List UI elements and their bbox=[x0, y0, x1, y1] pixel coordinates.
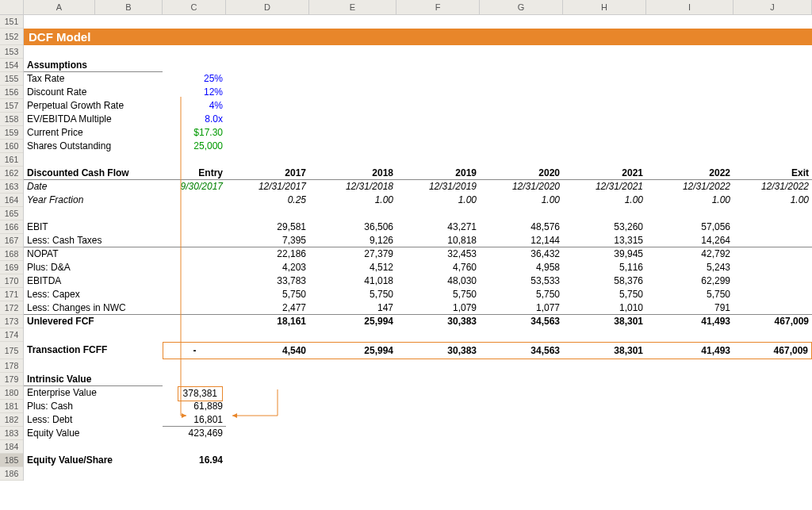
value-nopat[interactable]: 22,186 bbox=[226, 247, 309, 261]
value-ebit[interactable]: 29,581 bbox=[226, 220, 309, 234]
value-date[interactable]: 12/31/2017 bbox=[226, 180, 309, 194]
column-header-e[interactable]: E bbox=[309, 0, 396, 14]
value-growth-rate[interactable]: 4% bbox=[163, 99, 226, 113]
row-header[interactable]: 172 bbox=[0, 301, 23, 315]
row-header[interactable]: 151 bbox=[0, 15, 23, 29]
value-current-price[interactable]: $17.30 bbox=[163, 126, 226, 140]
value-da[interactable]: 5,243 bbox=[646, 261, 733, 274]
value-ufcf[interactable]: 18,161 bbox=[226, 315, 309, 328]
value-fraction[interactable]: 0.25 bbox=[226, 194, 309, 207]
column-header-a[interactable]: A bbox=[24, 0, 95, 14]
row-header[interactable]: 175 bbox=[0, 342, 23, 359]
row-header[interactable]: 159 bbox=[0, 126, 23, 140]
value-fraction[interactable]: 1.00 bbox=[733, 194, 812, 207]
row-header[interactable]: 168 bbox=[0, 247, 23, 261]
value-shares[interactable]: 25,000 bbox=[163, 140, 226, 153]
value-date[interactable]: 12/31/2021 bbox=[563, 180, 646, 194]
value-capex[interactable]: 5,750 bbox=[396, 288, 480, 301]
value-ebit[interactable]: 36,506 bbox=[309, 220, 396, 234]
cell-grid[interactable]: DCF Model Assumptions Tax Rate 25% Disco… bbox=[24, 15, 812, 481]
column-header-j[interactable]: J bbox=[733, 0, 812, 14]
value-tax[interactable]: 10,818 bbox=[396, 234, 480, 247]
value-equity-value[interactable]: 423,469 bbox=[163, 427, 226, 440]
row-header[interactable]: 171 bbox=[0, 288, 23, 301]
value-ebitda[interactable]: 41,018 bbox=[309, 274, 396, 288]
column-header-g[interactable]: G bbox=[480, 0, 563, 14]
row-header[interactable]: 154 bbox=[0, 59, 23, 72]
value-ufcf[interactable]: 41,493 bbox=[646, 315, 733, 328]
row-header[interactable]: 164 bbox=[0, 194, 23, 207]
value-fraction[interactable]: 1.00 bbox=[480, 194, 563, 207]
value-tfcff[interactable]: 41,493 bbox=[646, 342, 733, 359]
value-tax[interactable]: 9,126 bbox=[309, 234, 396, 247]
row-header[interactable]: 160 bbox=[0, 140, 23, 153]
value-ufcf[interactable]: 34,563 bbox=[480, 315, 563, 328]
value-nopat[interactable]: 32,453 bbox=[396, 247, 480, 261]
value-discount-rate[interactable]: 12% bbox=[163, 86, 226, 99]
value-nopat[interactable]: 42,792 bbox=[646, 247, 733, 261]
value-tfcff[interactable]: 25,994 bbox=[309, 342, 396, 359]
value-ufcf[interactable]: 30,383 bbox=[396, 315, 480, 328]
row-header[interactable]: 178 bbox=[0, 359, 23, 373]
value-cash[interactable]: 61,889 bbox=[163, 400, 226, 413]
column-header-f[interactable]: F bbox=[396, 0, 480, 14]
value-nwc[interactable]: 1,079 bbox=[396, 301, 480, 315]
value-fraction[interactable]: 1.00 bbox=[396, 194, 480, 207]
value-tax-rate[interactable]: 25% bbox=[163, 72, 226, 86]
row-header[interactable]: 174 bbox=[0, 328, 23, 342]
column-header-d[interactable]: D bbox=[226, 0, 309, 14]
row-header[interactable]: 161 bbox=[0, 153, 23, 167]
value-da[interactable]: 4,203 bbox=[226, 261, 309, 274]
row-header[interactable]: 157 bbox=[0, 99, 23, 113]
row-header[interactable]: 155 bbox=[0, 72, 23, 86]
value-nwc[interactable]: 791 bbox=[646, 301, 733, 315]
row-header[interactable]: 170 bbox=[0, 274, 23, 288]
select-all-corner[interactable] bbox=[0, 0, 24, 14]
value-debt[interactable]: 16,801 bbox=[163, 413, 226, 427]
value-da[interactable]: 4,760 bbox=[396, 261, 480, 274]
value-date[interactable]: 12/31/2020 bbox=[480, 180, 563, 194]
value-ufcf-exit[interactable]: 467,009 bbox=[733, 315, 812, 328]
value-tfcff-exit[interactable]: 467,009 bbox=[733, 342, 812, 359]
column-header-i[interactable]: I bbox=[646, 0, 733, 14]
value-capex[interactable]: 5,750 bbox=[563, 288, 646, 301]
value-fraction[interactable]: 1.00 bbox=[563, 194, 646, 207]
value-evps[interactable]: 16.94 bbox=[163, 454, 226, 467]
value-ebit[interactable]: 57,056 bbox=[646, 220, 733, 234]
value-ebit[interactable]: 48,576 bbox=[480, 220, 563, 234]
value-ebitda[interactable]: 53,533 bbox=[480, 274, 563, 288]
value-tax[interactable]: 14,264 bbox=[646, 234, 733, 247]
value-fraction[interactable]: 1.00 bbox=[309, 194, 396, 207]
row-header[interactable]: 186 bbox=[0, 467, 23, 481]
value-da[interactable]: 4,512 bbox=[309, 261, 396, 274]
row-header[interactable]: 173 bbox=[0, 315, 23, 328]
value-nwc[interactable]: 2,477 bbox=[226, 301, 309, 315]
column-header-h[interactable]: H bbox=[563, 0, 646, 14]
value-capex[interactable]: 5,750 bbox=[226, 288, 309, 301]
value-date[interactable]: 12/31/2022 bbox=[646, 180, 733, 194]
value-capex[interactable]: 5,750 bbox=[309, 288, 396, 301]
value-fraction[interactable]: 1.00 bbox=[646, 194, 733, 207]
row-header[interactable]: 169 bbox=[0, 261, 23, 274]
value-ufcf[interactable]: 38,301 bbox=[563, 315, 646, 328]
value-date[interactable]: 12/31/2019 bbox=[396, 180, 480, 194]
value-nopat[interactable]: 36,432 bbox=[480, 247, 563, 261]
value-ebitda[interactable]: 58,376 bbox=[563, 274, 646, 288]
value-nopat[interactable]: 39,945 bbox=[563, 247, 646, 261]
value-tax[interactable]: 7,395 bbox=[226, 234, 309, 247]
column-header-b[interactable]: B bbox=[95, 0, 163, 14]
row-header[interactable]: 184 bbox=[0, 440, 23, 454]
value-exit-date[interactable]: 12/31/2022 bbox=[733, 180, 812, 194]
value-date[interactable]: 12/31/2018 bbox=[309, 180, 396, 194]
row-header[interactable]: 153 bbox=[0, 45, 23, 59]
value-enterprise-value[interactable]: 378,381 bbox=[163, 386, 226, 400]
row-header[interactable]: 163 bbox=[0, 180, 23, 194]
value-tfcff[interactable]: 30,383 bbox=[396, 342, 480, 359]
value-ebitda[interactable]: 33,783 bbox=[226, 274, 309, 288]
value-ebit[interactable]: 53,260 bbox=[563, 220, 646, 234]
value-entry-date[interactable]: 9/30/2017 bbox=[163, 180, 226, 194]
value-tfcff[interactable]: 34,563 bbox=[480, 342, 563, 359]
row-header[interactable]: 183 bbox=[0, 427, 23, 440]
row-header[interactable]: 179 bbox=[0, 373, 23, 386]
value-tax[interactable]: 12,144 bbox=[480, 234, 563, 247]
